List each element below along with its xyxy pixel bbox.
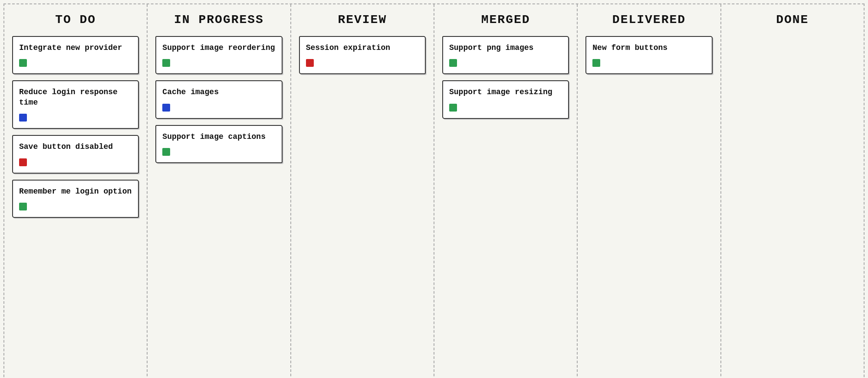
card-tag-card-11 bbox=[592, 59, 600, 67]
card-tag-card-2 bbox=[19, 114, 27, 122]
card-card-11[interactable]: New form buttons bbox=[585, 36, 712, 74]
card-card-4[interactable]: Remember me login option bbox=[12, 180, 139, 218]
card-tag-card-10 bbox=[449, 104, 457, 112]
column-header-done: DONE bbox=[729, 13, 856, 26]
card-title-card-1: Integrate new provider bbox=[19, 43, 132, 53]
column-header-review: REVIEW bbox=[299, 13, 426, 26]
column-header-in-progress: IN PROGRESS bbox=[155, 13, 282, 26]
card-tag-card-3 bbox=[19, 158, 27, 166]
cards-list-review: Session expiration bbox=[299, 36, 426, 74]
card-title-card-4: Remember me login option bbox=[19, 187, 132, 197]
column-review: REVIEWSession expiration bbox=[291, 4, 434, 378]
column-header-delivered: DELIVERED bbox=[585, 13, 712, 26]
cards-list-todo: Integrate new providerReduce login respo… bbox=[12, 36, 139, 218]
card-card-6[interactable]: Cache images bbox=[155, 80, 282, 118]
card-title-card-7: Support image captions bbox=[162, 132, 275, 142]
card-title-card-2: Reduce login response time bbox=[19, 87, 132, 108]
column-in-progress: IN PROGRESSSupport image reorderingCache… bbox=[148, 4, 291, 378]
card-title-card-6: Cache images bbox=[162, 87, 275, 97]
card-tag-card-7 bbox=[162, 148, 170, 156]
card-card-2[interactable]: Reduce login response time bbox=[12, 80, 139, 129]
column-header-merged: MERGED bbox=[442, 13, 569, 26]
card-card-3[interactable]: Save button disabled bbox=[12, 135, 139, 173]
cards-list-delivered: New form buttons bbox=[585, 36, 712, 74]
card-tag-card-1 bbox=[19, 59, 27, 67]
card-card-1[interactable]: Integrate new provider bbox=[12, 36, 139, 74]
column-todo: TO DOIntegrate new providerReduce login … bbox=[4, 4, 148, 378]
card-title-card-3: Save button disabled bbox=[19, 142, 132, 152]
card-title-card-8: Session expiration bbox=[306, 43, 419, 53]
card-tag-card-4 bbox=[19, 203, 27, 210]
column-header-todo: TO DO bbox=[12, 13, 139, 26]
card-title-card-11: New form buttons bbox=[592, 43, 705, 53]
card-card-9[interactable]: Support png images bbox=[442, 36, 569, 74]
card-card-5[interactable]: Support image reordering bbox=[155, 36, 282, 74]
column-done: DONE bbox=[721, 4, 864, 378]
cards-list-merged: Support png imagesSupport image resizing bbox=[442, 36, 569, 119]
card-tag-card-5 bbox=[162, 59, 170, 67]
cards-list-in-progress: Support image reorderingCache imagesSupp… bbox=[155, 36, 282, 163]
card-tag-card-6 bbox=[162, 104, 170, 112]
card-title-card-10: Support image resizing bbox=[449, 87, 562, 97]
card-card-7[interactable]: Support image captions bbox=[155, 125, 282, 163]
card-title-card-9: Support png images bbox=[449, 43, 562, 53]
kanban-board: TO DOIntegrate new providerReduce login … bbox=[3, 3, 865, 378]
card-card-8[interactable]: Session expiration bbox=[299, 36, 426, 74]
card-title-card-5: Support image reordering bbox=[162, 43, 275, 53]
column-merged: MERGEDSupport png imagesSupport image re… bbox=[434, 4, 578, 378]
card-tag-card-9 bbox=[449, 59, 457, 67]
card-tag-card-8 bbox=[306, 59, 314, 67]
column-delivered: DELIVEREDNew form buttons bbox=[578, 4, 721, 378]
card-card-10[interactable]: Support image resizing bbox=[442, 80, 569, 118]
